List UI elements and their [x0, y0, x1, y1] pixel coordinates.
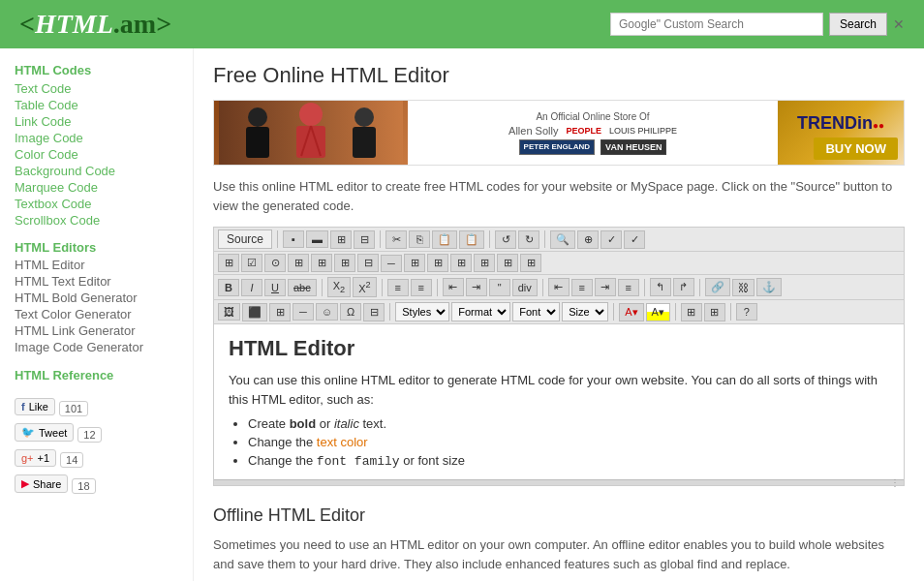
tb-r2-2[interactable]: ☑ [241, 254, 262, 272]
bg-color-button[interactable]: A▾ [646, 303, 670, 321]
sidebar-link-code[interactable]: Link Code [15, 113, 178, 130]
source-button[interactable]: Source [218, 229, 272, 249]
rtl-btn[interactable]: ↰ [650, 278, 671, 296]
bold-button[interactable]: B [218, 279, 239, 296]
tb-btn-6[interactable]: ⎘ [409, 230, 430, 248]
tb-btn-11[interactable]: 🔍 [550, 230, 575, 249]
font-color-button[interactable]: A▾ [619, 303, 643, 321]
sidebar-color-code[interactable]: Color Code [15, 146, 178, 163]
sidebar-image-code[interactable]: Image Code [15, 130, 178, 146]
tb-sep7 [437, 279, 438, 296]
align-left[interactable]: ⇤ [548, 278, 570, 296]
list-ol-button[interactable]: ≡ [387, 279, 409, 296]
sidebar-background-code[interactable]: Background Code [15, 163, 178, 179]
blockquote-btn[interactable]: " [489, 279, 510, 296]
tb-btn-12[interactable]: ⊕ [577, 230, 599, 249]
like-button[interactable]: f Like [15, 398, 55, 415]
tb-btn-10[interactable]: ↻ [518, 230, 539, 249]
char-button[interactable]: Ω [340, 303, 361, 321]
sidebar-html-codes[interactable]: HTML Codes [15, 62, 178, 78]
tb-btn-1[interactable]: ▪ [283, 230, 304, 248]
tb-btn-2[interactable]: ▬ [306, 230, 328, 248]
tb-r2-6[interactable]: ⊞ [334, 254, 355, 272]
sidebar-html-reference[interactable]: HTML Reference [15, 367, 178, 383]
anchor-button[interactable]: ⚓ [756, 278, 782, 296]
size-select[interactable]: Size [562, 302, 608, 321]
tb-r2-5[interactable]: ⊞ [311, 254, 332, 272]
sidebar-text-color-generator[interactable]: Text Color Generator [15, 306, 178, 322]
smiley-button[interactable]: ☺ [316, 303, 338, 321]
styles-select[interactable]: Styles [395, 302, 449, 321]
tb-r2-7[interactable]: ⊟ [357, 254, 379, 272]
tb-r2-14[interactable]: ⊞ [520, 254, 541, 272]
iframe-button[interactable]: ⊟ [363, 303, 385, 321]
text-color-example: text color [317, 435, 368, 449]
banner-ad: An Official Online Store Of Allen Solly … [213, 100, 905, 166]
div-btn[interactable]: div [512, 279, 538, 296]
tb-btn-9[interactable]: ↺ [495, 230, 516, 249]
tb-btn-4[interactable]: ⊟ [354, 230, 375, 249]
tb-btn-14[interactable]: ✓ [624, 230, 645, 249]
align-right[interactable]: ⇥ [595, 278, 616, 296]
font-select[interactable]: Font [512, 302, 560, 321]
align-center[interactable]: ≡ [571, 279, 593, 296]
flash-button[interactable]: ⬛ [242, 303, 267, 321]
help-button[interactable]: ? [736, 303, 757, 321]
tb-btn-7[interactable]: 📋 [432, 230, 457, 249]
gplus-button[interactable]: g+ +1 [15, 449, 56, 467]
tb-r2-3[interactable]: ⊙ [264, 254, 286, 272]
tb-btn-3[interactable]: ⊞ [330, 230, 352, 249]
tb-r2-11[interactable]: ⊞ [450, 254, 472, 272]
italic-button[interactable]: I [241, 279, 262, 296]
table-button[interactable]: ⊞ [269, 303, 291, 321]
unlink-button[interactable]: ⛓ [732, 279, 755, 296]
tb-r2-12[interactable]: ⊞ [474, 254, 495, 272]
tb-btn-8[interactable]: 📋 [459, 230, 484, 249]
svg-rect-8 [353, 127, 376, 158]
sidebar-table-code[interactable]: Table Code [15, 97, 178, 113]
sidebar-html-editor[interactable]: HTML Editor [15, 257, 178, 273]
sidebar-textbox-code[interactable]: Textbox Code [15, 196, 178, 212]
format-select[interactable]: Format [451, 302, 510, 321]
underline-button[interactable]: U [264, 279, 286, 296]
align-justify[interactable]: ≡ [618, 279, 639, 296]
tb-r2-13[interactable]: ⊞ [497, 254, 518, 272]
hr-button[interactable]: ─ [293, 303, 314, 321]
tb-r2-4[interactable]: ⊞ [288, 254, 309, 272]
ltr-btn[interactable]: ↱ [673, 278, 694, 296]
sidebar-scrollbox-code[interactable]: Scrollbox Code [15, 212, 178, 229]
tb-r2-10[interactable]: ⊞ [427, 254, 448, 272]
tb-r2-8[interactable]: ─ [381, 255, 402, 272]
editor-container: Source ▪ ▬ ⊞ ⊟ ✂ ⎘ 📋 📋 ↺ ↻ 🔍 ⊕ ✓ ✓ [213, 227, 905, 486]
tb-r2-9[interactable]: ⊞ [404, 254, 425, 272]
share-button[interactable]: ▶ Share [15, 474, 68, 493]
search-close-icon[interactable]: ✕ [893, 16, 905, 32]
search-area: Search ✕ [610, 13, 905, 36]
maximize-button[interactable]: ⊞ [681, 303, 702, 321]
page-title: Free Online HTML Editor [213, 63, 905, 88]
indent-increase[interactable]: ⇥ [466, 278, 487, 296]
list-ul-button[interactable]: ≡ [411, 279, 432, 296]
show-blocks-button[interactable]: ⊞ [704, 303, 725, 321]
search-button[interactable]: Search [829, 13, 887, 36]
editor-resize-handle[interactable]: ⋮ [214, 479, 904, 485]
strike-button[interactable]: abc [288, 279, 317, 296]
tb-r2-1[interactable]: ⊞ [218, 254, 239, 272]
tb-btn-13[interactable]: ✓ [601, 230, 622, 249]
img-button[interactable]: 🖼 [218, 303, 240, 321]
tweet-button[interactable]: 🐦 Tweet [15, 423, 74, 442]
editor-content[interactable]: HTML Editor You can use this online HTML… [214, 324, 904, 479]
search-input[interactable] [610, 13, 823, 36]
sidebar-html-link-generator[interactable]: HTML Link Generator [15, 322, 178, 339]
tb-btn-5[interactable]: ✂ [385, 230, 407, 249]
sidebar-html-text-editor[interactable]: HTML Text Editor [15, 273, 178, 290]
link-button[interactable]: 🔗 [705, 278, 730, 296]
sub-button[interactable]: X2 [327, 277, 351, 297]
sup-button[interactable]: X2 [353, 277, 376, 297]
indent-decrease[interactable]: ⇤ [443, 278, 464, 296]
sidebar-text-code[interactable]: Text Code [15, 80, 178, 97]
sidebar-html-bold-generator[interactable]: HTML Bold Generator [15, 290, 178, 306]
sidebar-image-code-generator[interactable]: Image Code Generator [15, 339, 178, 355]
sidebar-marquee-code[interactable]: Marquee Code [15, 179, 178, 196]
buy-now-button[interactable]: BUY NOW [814, 138, 898, 160]
